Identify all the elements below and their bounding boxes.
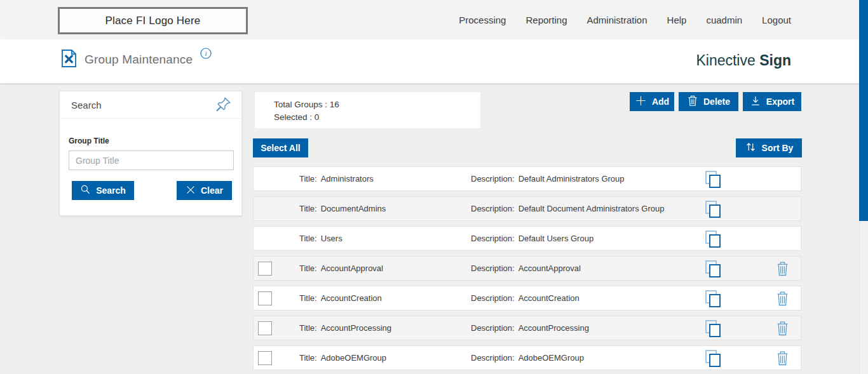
export-button[interactable]: Export — [743, 92, 801, 111]
copy-row-icon[interactable] — [705, 170, 722, 191]
row-title-value: AccountApproval — [321, 264, 383, 273]
selected-line: Selected : 0 — [274, 111, 480, 124]
delete-row-icon[interactable] — [776, 290, 789, 309]
row-title-prefix: Title: — [299, 323, 317, 333]
nav-item-help[interactable]: Help — [667, 15, 687, 25]
row-title-prefix: Title: — [299, 204, 317, 213]
total-groups-value: 16 — [330, 100, 339, 109]
nav-item-reporting[interactable]: Reporting — [526, 15, 567, 25]
row-description: Description:Default Users Group — [471, 227, 593, 250]
page-title-wrap: Group Maintenance i — [61, 49, 212, 70]
row-description: Description:AccountApproval — [471, 257, 581, 280]
group-row: Title:Administrators Description:Default… — [253, 166, 801, 191]
copy-row-icon[interactable] — [705, 230, 722, 251]
group-row: Title:DocumentAdmins Description:Default… — [253, 196, 801, 221]
row-title: Title:Administrators — [299, 167, 374, 190]
search-panel-header: Search — [60, 91, 241, 119]
selected-value: 0 — [315, 112, 320, 122]
row-title-value: DocumentAdmins — [321, 204, 386, 213]
row-title-prefix: Title: — [299, 174, 317, 184]
nav-item-username[interactable]: cuadmin — [706, 15, 742, 25]
group-maintenance-page: Place FI Logo Here Processing Reporting … — [0, 0, 868, 374]
sort-arrows-icon — [745, 141, 757, 155]
delete-row-icon[interactable] — [776, 350, 789, 369]
row-title-prefix: Title: — [299, 353, 317, 363]
row-title-value: AccountProcessing — [321, 323, 391, 333]
select-all-label: Select All — [261, 143, 301, 153]
group-title-input[interactable] — [69, 150, 234, 170]
row-description: Description:AccountCreation — [471, 286, 580, 310]
row-title: Title:DocumentAdmins — [299, 197, 386, 220]
row-description-prefix: Description: — [471, 293, 515, 303]
row-title-value: Users — [321, 234, 342, 243]
row-description: Description:Default Administrators Group — [471, 167, 625, 190]
clear-button[interactable]: Clear — [177, 181, 232, 200]
row-title-prefix: Title: — [299, 234, 317, 243]
row-description-prefix: Description: — [471, 264, 515, 273]
pin-icon[interactable] — [215, 97, 231, 116]
page-scrollbar-track[interactable] — [859, 0, 868, 374]
group-row: Title:AccountCreation Description:Accoun… — [253, 286, 801, 311]
page-title: Group Maintenance — [85, 53, 193, 67]
add-button[interactable]: Add — [630, 92, 674, 111]
select-all-button[interactable]: Select All — [253, 138, 308, 157]
row-title-value: AccountCreation — [321, 293, 382, 303]
group-row: Title:AccountApproval Description:Accoun… — [253, 256, 801, 281]
row-checkbox[interactable] — [258, 351, 272, 365]
search-panel-title: Search — [71, 100, 102, 110]
delete-button[interactable]: Delete — [679, 92, 738, 111]
delete-row-icon[interactable] — [776, 320, 789, 339]
row-description-prefix: Description: — [471, 234, 515, 243]
row-title-value: Administrators — [321, 174, 374, 184]
copy-row-icon[interactable] — [705, 260, 722, 281]
row-description: Description:Default Document Administrat… — [471, 197, 664, 220]
nav-item-logout[interactable]: Logout — [762, 15, 791, 25]
clear-button-label: Clear — [201, 185, 223, 196]
row-title: Title:Users — [299, 227, 342, 250]
fi-logo-placeholder: Place FI Logo Here — [58, 7, 248, 34]
group-title-label: Group Title — [69, 137, 109, 145]
row-title: Title:AccountApproval — [299, 257, 383, 280]
copy-row-icon[interactable] — [705, 349, 722, 370]
add-button-label: Add — [652, 97, 669, 107]
copy-row-icon[interactable] — [705, 200, 722, 221]
row-description: Description:AccountProcessing — [471, 316, 589, 340]
topbar: Place FI Logo Here Processing Reporting … — [0, 0, 868, 39]
page-scrollbar-thumb[interactable] — [859, 0, 868, 221]
row-description-value: Default Administrators Group — [519, 174, 625, 184]
row-checkbox[interactable] — [258, 291, 272, 305]
sort-by-button[interactable]: Sort By — [736, 138, 802, 157]
action-buttons: Add Delete Export — [630, 92, 801, 111]
svg-text:i: i — [205, 50, 207, 57]
trash-icon — [687, 95, 698, 109]
info-icon[interactable]: i — [200, 48, 212, 62]
selected-label: Selected : — [274, 112, 312, 122]
nav-item-administration[interactable]: Administration — [587, 15, 648, 25]
group-row: Title:AccountProcessing Description:Acco… — [253, 316, 801, 340]
row-description-prefix: Description: — [471, 174, 515, 184]
row-description-value: AccountCreation — [519, 293, 580, 303]
fi-logo-text: Place FI Logo Here — [105, 15, 200, 27]
sort-by-label: Sort By — [762, 143, 794, 153]
brand-logo: Kinective Sign — [696, 52, 791, 69]
delete-button-label: Delete — [703, 97, 730, 107]
row-checkbox[interactable] — [258, 262, 272, 276]
export-button-label: Export — [766, 97, 794, 107]
total-groups-label: Total Groups : — [274, 100, 327, 109]
row-title-prefix: Title: — [299, 293, 317, 303]
delete-row-icon[interactable] — [776, 260, 789, 279]
brand-first: Kinective — [696, 52, 755, 69]
row-checkbox[interactable] — [258, 321, 272, 335]
copy-row-icon[interactable] — [705, 319, 722, 340]
plus-icon — [635, 95, 647, 109]
summary-box: Total Groups : 16 Selected : 0 — [254, 91, 481, 129]
group-row: Title:AdobeOEMGroup Description:AdobeOEM… — [253, 345, 801, 370]
row-title-prefix: Title: — [299, 264, 317, 273]
nav-item-processing[interactable]: Processing — [459, 15, 506, 25]
copy-row-icon[interactable] — [705, 290, 722, 311]
search-button[interactable]: Search — [72, 181, 134, 200]
row-description-prefix: Description: — [471, 353, 515, 363]
row-description-prefix: Description: — [471, 323, 515, 333]
top-nav: Processing Reporting Administration Help… — [459, 0, 791, 39]
row-title-value: AdobeOEMGroup — [321, 353, 386, 363]
